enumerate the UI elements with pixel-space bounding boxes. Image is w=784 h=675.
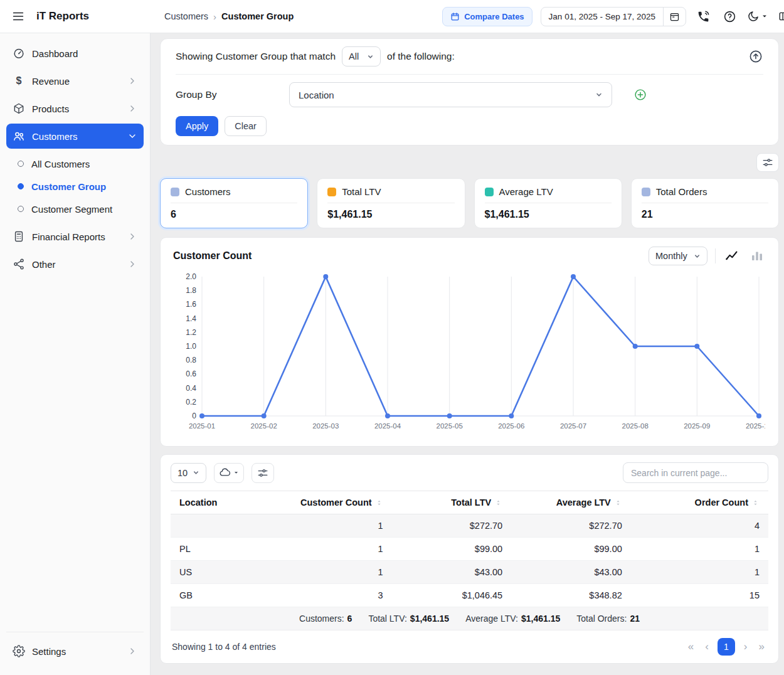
last-page-button[interactable]: » bbox=[756, 639, 767, 654]
table-search-input[interactable] bbox=[623, 462, 768, 483]
svg-text:2025-10: 2025-10 bbox=[746, 422, 765, 430]
sidebar-item-customer-segment[interactable]: Customer Segment bbox=[6, 198, 144, 220]
sidebar-item-revenue[interactable]: $ Revenue bbox=[6, 68, 144, 93]
column-header-customer-count[interactable]: Customer Count bbox=[290, 491, 392, 514]
svg-text:2025-09: 2025-09 bbox=[684, 422, 710, 430]
stat-card-total-orders[interactable]: Total Orders 21 bbox=[631, 178, 779, 228]
stat-value: 21 bbox=[642, 209, 768, 220]
group-by-select[interactable]: Location bbox=[289, 82, 612, 107]
breadcrumb-parent[interactable]: Customers bbox=[164, 11, 208, 21]
gauge-icon bbox=[13, 47, 25, 60]
svg-text:2025-01: 2025-01 bbox=[189, 422, 215, 430]
chevron-right-icon bbox=[127, 259, 137, 269]
sidebar-item-products[interactable]: Products bbox=[6, 96, 144, 121]
sidebar-item-settings[interactable]: Settings bbox=[6, 639, 144, 664]
table-row[interactable]: PL 1 $99.00 $99.00 1 bbox=[171, 538, 768, 561]
support-call-button[interactable] bbox=[694, 8, 712, 26]
svg-text:2025-08: 2025-08 bbox=[622, 422, 649, 430]
sidebar-item-label: Other bbox=[32, 259, 120, 270]
theme-toggle-button[interactable] bbox=[747, 10, 768, 23]
table-summary: Customers:6 Total LTV:$1,461.15 Average … bbox=[179, 614, 760, 624]
sidebar-item-dashboard[interactable]: Dashboard bbox=[6, 41, 144, 66]
date-range-button[interactable]: Jan 01, 2025 - Sep 17, 2025 bbox=[541, 8, 663, 26]
legend-swatch bbox=[485, 188, 494, 196]
sidebar-item-label: Products bbox=[32, 104, 120, 114]
sidebar-item-all-customers[interactable]: All Customers bbox=[6, 152, 144, 175]
chevron-right-icon bbox=[127, 231, 137, 242]
dollar-icon: $ bbox=[13, 75, 25, 87]
table-filter-button[interactable] bbox=[252, 463, 274, 483]
help-button[interactable] bbox=[721, 8, 739, 26]
svg-text:1.2: 1.2 bbox=[186, 328, 196, 337]
collapse-filters-button[interactable] bbox=[748, 49, 763, 64]
sidebar-item-label: Customer Group bbox=[31, 181, 106, 192]
next-page-button[interactable]: › bbox=[741, 639, 750, 654]
column-header-total-ltv[interactable]: Total LTV bbox=[392, 491, 512, 514]
compare-dates-label: Compare Dates bbox=[464, 12, 524, 21]
breadcrumb-current: Customer Group bbox=[221, 11, 294, 21]
share-nodes-icon bbox=[13, 258, 25, 270]
chevron-down-icon bbox=[595, 91, 603, 98]
table-header-row: Location Customer Count Total LTV Averag… bbox=[171, 491, 768, 514]
sidebar-item-label: Settings bbox=[32, 646, 120, 657]
sidebar-item-other[interactable]: Other bbox=[6, 252, 144, 277]
chevron-right-icon bbox=[127, 76, 137, 86]
clear-button[interactable]: Clear bbox=[225, 116, 267, 136]
svg-text:1.8: 1.8 bbox=[186, 286, 196, 295]
sidebar-item-financial-reports[interactable]: Financial Reports bbox=[6, 224, 144, 249]
svg-text:1.4: 1.4 bbox=[186, 314, 196, 323]
apply-button[interactable]: Apply bbox=[176, 116, 218, 136]
add-filter-button[interactable] bbox=[633, 88, 647, 102]
match-select[interactable]: All bbox=[342, 46, 381, 66]
legend-swatch bbox=[642, 188, 650, 196]
stat-cards: Customers 6 Total LTV $1,461.15 Average … bbox=[160, 178, 779, 228]
question-icon bbox=[723, 10, 736, 23]
metrics-settings-button[interactable] bbox=[756, 153, 779, 172]
first-page-button[interactable]: « bbox=[686, 639, 696, 654]
prev-page-button[interactable]: ‹ bbox=[702, 639, 711, 654]
stat-value: $1,461.15 bbox=[327, 209, 454, 220]
chart-panel: Customer Count Monthly 2025-012025-02202… bbox=[160, 237, 779, 447]
sort-icon[interactable] bbox=[375, 499, 383, 507]
date-picker-button[interactable] bbox=[663, 8, 686, 26]
svg-text:1.6: 1.6 bbox=[186, 300, 196, 309]
stat-card-total-ltv[interactable]: Total LTV $1,461.15 bbox=[317, 178, 465, 228]
line-chart-icon bbox=[724, 248, 739, 263]
stats-toolbar bbox=[160, 153, 779, 172]
sidebar-item-customers[interactable]: Customers bbox=[6, 124, 144, 149]
sort-icon[interactable] bbox=[494, 499, 502, 507]
panel-toggle-button[interactable] bbox=[776, 8, 784, 25]
page-size-select[interactable]: 10 bbox=[171, 463, 206, 483]
sidebar-item-label: Financial Reports bbox=[32, 231, 120, 242]
column-header-average-ltv[interactable]: Average LTV bbox=[511, 491, 631, 514]
page-size-value: 10 bbox=[177, 468, 188, 478]
group-by-label: Group By bbox=[176, 89, 289, 100]
sort-icon[interactable] bbox=[751, 499, 760, 507]
interval-value: Monthly bbox=[655, 251, 687, 261]
stat-card-average-ltv[interactable]: Average LTV $1,461.15 bbox=[474, 178, 622, 228]
top-bar: iT Reports Customers › Customer Group Co… bbox=[0, 0, 784, 33]
column-header-order-count[interactable]: Order Count bbox=[631, 491, 768, 514]
line-chart-toggle-button[interactable] bbox=[723, 247, 741, 265]
interval-select[interactable]: Monthly bbox=[649, 247, 707, 265]
stat-value: 6 bbox=[171, 209, 297, 220]
svg-text:0: 0 bbox=[192, 412, 196, 420]
current-page-button[interactable]: 1 bbox=[718, 638, 735, 656]
sidebar-item-label: Customers bbox=[32, 131, 120, 142]
svg-text:2025-04: 2025-04 bbox=[374, 422, 401, 430]
sidebar-item-customer-group[interactable]: Customer Group bbox=[6, 175, 144, 198]
svg-text:2025-02: 2025-02 bbox=[251, 422, 277, 430]
match-select-value: All bbox=[349, 51, 359, 61]
sort-icon[interactable] bbox=[614, 499, 622, 507]
menu-button[interactable] bbox=[9, 7, 28, 26]
table-row[interactable]: 1 $272.70 $272.70 4 bbox=[171, 514, 768, 538]
stat-value: $1,461.15 bbox=[485, 209, 612, 220]
sidebar-item-label: Dashboard bbox=[32, 48, 137, 59]
bar-chart-toggle-button[interactable] bbox=[748, 247, 766, 265]
table-row[interactable]: GB 3 $1,046.45 $348.82 15 bbox=[171, 584, 768, 607]
main-content: Showing Customer Group that match All of… bbox=[151, 33, 784, 675]
table-row[interactable]: US 1 $43.00 $43.00 1 bbox=[171, 561, 768, 584]
compare-dates-button[interactable]: Compare Dates bbox=[442, 7, 532, 26]
stat-card-customers[interactable]: Customers 6 bbox=[160, 178, 308, 228]
export-button[interactable] bbox=[214, 463, 244, 483]
